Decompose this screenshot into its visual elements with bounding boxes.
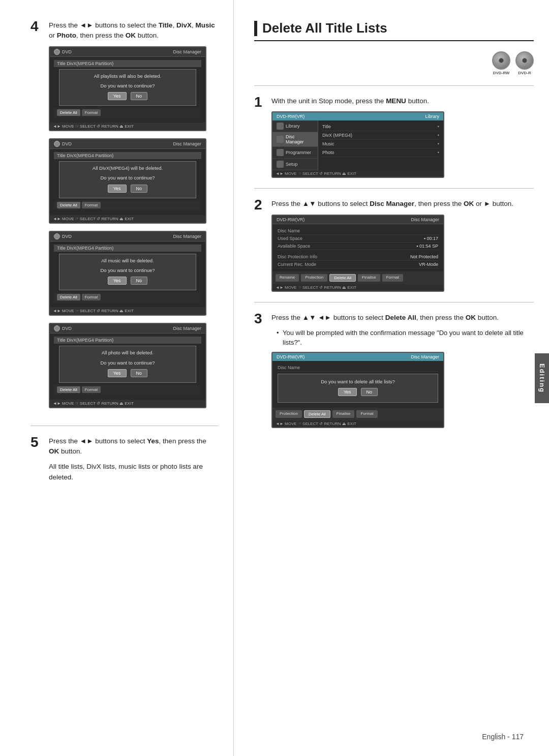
dm-label-protection: Disc Protection Info xyxy=(278,254,328,259)
separator-right-top xyxy=(254,85,534,86)
step-4-block: 4 Press the ◄► buttons to select the Tit… xyxy=(30,20,218,415)
menu-right-music-dot: • xyxy=(438,141,439,146)
disc-icon-2 xyxy=(54,141,60,147)
confirm-btn-delete-all: Delete All xyxy=(304,410,330,418)
menu-icon-disc xyxy=(277,136,284,143)
dialog-no-2: No xyxy=(131,185,148,193)
action-delete-4: Delete All xyxy=(57,386,80,393)
dm-body: Disc Name Used Space ▪ 00:17 Available S… xyxy=(272,224,443,271)
screen-dialog-2: All DivX(MPEG4) will be deleted. Do you … xyxy=(59,161,196,198)
menu-right-title-dot: • xyxy=(438,124,439,129)
step-r3-number: 3 xyxy=(254,312,265,326)
menu-label-setup: Setup xyxy=(286,162,298,167)
action-format-3: Format xyxy=(82,294,101,300)
menu-right-photo: Photo • xyxy=(322,148,439,157)
menu-item-programmer: Programmer xyxy=(272,147,318,159)
dm-bottom-btns: Rename Protection Delete All Finalise Fo… xyxy=(272,271,443,284)
screen-brand-2: DVD xyxy=(62,141,72,146)
menu-item-setup: Setup xyxy=(272,159,318,170)
step-r2-content: Press the ▲▼ buttons to select Disc Mana… xyxy=(271,199,534,291)
step-r1-block: 1 With the unit in Stop mode, press the … xyxy=(254,96,534,178)
menu-right-divx-label: DivX (MPEG4) xyxy=(322,133,352,138)
dialog-buttons-4: Yes No xyxy=(64,369,192,377)
screen-body-3: Title DivX(MPEG4 Partition) All music wi… xyxy=(50,241,205,306)
dialog-text-3a: All music will be deleted. xyxy=(64,257,192,264)
step-5-subtext: All title lists, DivX lists, music lists… xyxy=(49,462,218,482)
screen-title-3: Disc Manager xyxy=(173,234,201,239)
section-title-text: Delete All Title Lists xyxy=(262,20,387,36)
step-5-block: 5 Press the ◄► buttons to select Yes, th… xyxy=(30,436,218,488)
menu-right-divx-dot: • xyxy=(438,133,439,138)
separator-r1 xyxy=(254,188,534,189)
step-r3-block: 3 Press the ▲▼ ◄► buttons to select Dele… xyxy=(254,313,534,429)
menu-item-library: Library xyxy=(272,120,318,132)
dm-btn-rename: Rename xyxy=(276,274,299,282)
menu-right-music-label: Music xyxy=(322,141,334,146)
disc-label-rw: DVD-RW xyxy=(493,71,510,75)
screen-action-bar-4: Delete All Format xyxy=(54,385,201,395)
step-5-number: 5 xyxy=(30,435,43,449)
section-title: Delete All Title Lists xyxy=(254,20,534,41)
screen-playlists: DVD Disc Manager Title DivX(MPEG4 Partit… xyxy=(49,46,206,132)
step-5-text: Press the ◄► buttons to select Yes, then… xyxy=(49,436,218,457)
screen-header-left-4: DVD xyxy=(54,325,72,331)
dialog-text-1b: Do you want to continue? xyxy=(64,82,192,89)
confirm-btn-protection: Protection xyxy=(276,410,302,418)
dialog-text-3b: Do you want to continue? xyxy=(64,267,192,274)
dialog-buttons-2: Yes No xyxy=(64,185,192,193)
disc-inner-r xyxy=(522,58,527,63)
screen-brand-4: DVD xyxy=(62,326,72,331)
menu-body: Library Disc Manager Programmer xyxy=(272,120,443,170)
separator-left xyxy=(30,426,218,426)
disc-inner-rw xyxy=(499,58,504,63)
dialog-text-1a: All playlists will also be deleted. xyxy=(64,73,192,79)
step-r1-number: 1 xyxy=(254,95,265,109)
dm-btn-delete-all: Delete All xyxy=(329,274,356,282)
screen-title-4: Disc Manager xyxy=(173,326,201,331)
screen-titlebar-3: Title DivX(MPEG4 Partition) xyxy=(54,245,201,252)
screen-header-brand-1: DVD xyxy=(62,49,72,54)
dialog-yes-1: Yes xyxy=(108,92,127,100)
step-r2-block: 2 Press the ▲▼ buttons to select Disc Ma… xyxy=(254,199,534,291)
screen-nav-2: ◄► MOVE ☞ SELECT ↺ RETURN ⏏ EXIT xyxy=(50,215,205,223)
confirm-btn-format: Format xyxy=(356,410,377,418)
screen-body-2: Title DivX(MPEG4 Partition) All DivX(MPE… xyxy=(50,149,205,213)
right-column: Delete All Title Lists DVD-RW DVD-R 1 xyxy=(234,0,549,756)
dialog-no-3: No xyxy=(131,277,148,285)
dialog-text-2a: All DivX(MPEG4) will be deleted. xyxy=(64,165,192,171)
dm-label-avail: Available Space xyxy=(278,244,328,249)
dm-btn-finalise: Finalise xyxy=(358,274,380,282)
dialog-no-1: No xyxy=(131,92,148,100)
screen-brand-3: DVD xyxy=(62,234,72,239)
disc-icons-row: DVD-RW DVD-R xyxy=(254,51,534,75)
dialog-text-4b: Do you want to continue? xyxy=(64,359,192,366)
screen-action-bar-2: Delete All Format xyxy=(54,200,201,210)
menu-label-library: Library xyxy=(286,124,300,129)
menu-header-left: DVD-RW(VR) xyxy=(277,114,304,119)
dm-row-used: Used Space ▪ 00:17 xyxy=(278,235,438,243)
menu-header-right: Library xyxy=(425,114,439,119)
dialog-yes-3: Yes xyxy=(108,277,127,285)
screen-divx: DVD Disc Manager Title DivX(MPEG4 Partit… xyxy=(49,138,206,224)
screen-titlebar-2: Title DivX(MPEG4 Partition) xyxy=(54,152,201,159)
step-5-content: Press the ◄► buttons to select Yes, then… xyxy=(49,436,218,488)
dialog-yes-4: Yes xyxy=(108,369,127,377)
screen-library-menu: DVD-RW(VR) Library Library Disc Manager xyxy=(271,111,444,178)
dm-value-protection: Not Protected xyxy=(410,254,438,259)
confirm-body: Disc Name Do you want to delete all titl… xyxy=(272,361,443,408)
dialog-yes-2: Yes xyxy=(108,185,127,193)
left-column: 4 Press the ◄► buttons to select the Tit… xyxy=(0,0,234,756)
dialog-no-4: No xyxy=(131,369,148,377)
menu-nav: ◄► MOVE ☞ SELECT ↺ RETURN ⏏ EXIT xyxy=(272,170,443,177)
page-container: 4 Press the ◄► buttons to select the Tit… xyxy=(0,0,549,756)
confirm-action-btns: Protection Delete All Finalise Format xyxy=(272,408,443,420)
screen-action-bar-3: Delete All Format xyxy=(54,292,201,302)
screen-titlebar-1: Title DivX(MPEG4 Partition) xyxy=(54,60,201,67)
dialog-text-4a: All photo will be deleted. xyxy=(64,349,192,356)
menu-label-programmer: Programmer xyxy=(286,150,311,155)
screen-dialog-3: All music will be deleted. Do you want t… xyxy=(59,254,196,291)
dm-header: DVD-RW(VR) Disc Manager xyxy=(272,216,443,224)
separator-r2 xyxy=(254,302,534,303)
dm-header-right: Disc Manager xyxy=(411,217,439,222)
confirm-disc-name-row: Disc Name xyxy=(278,364,438,372)
